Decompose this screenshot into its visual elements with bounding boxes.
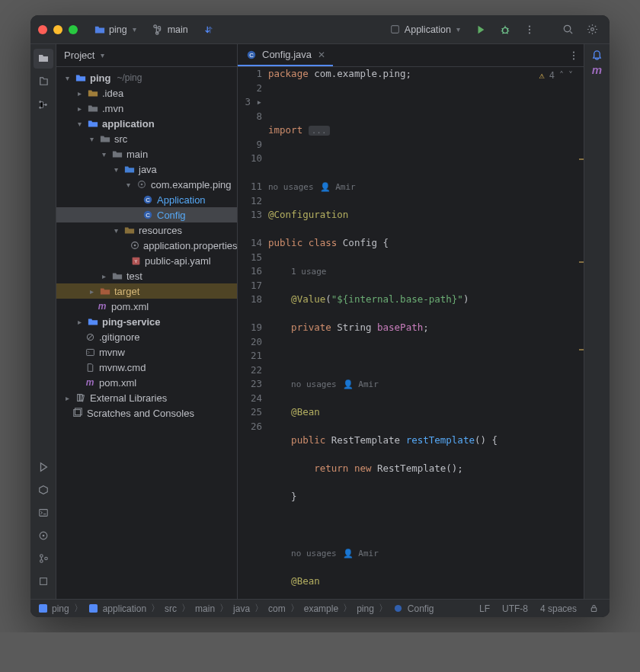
bookmarks-tool-button[interactable] bbox=[34, 72, 53, 91]
notifications-button[interactable] bbox=[591, 49, 603, 60]
project-panel: Project ▾ ▾ ping ~/ping ▸.idea ▸.mvn ▾ap… bbox=[56, 44, 238, 599]
tab-more-button[interactable] bbox=[564, 46, 584, 66]
tree-item[interactable]: ▸.mvn bbox=[56, 101, 237, 116]
project-selector[interactable]: ping ▾ bbox=[88, 22, 142, 37]
expand-arrow-icon[interactable]: ▸ bbox=[62, 394, 72, 402]
expand-arrow-icon[interactable]: ▸ bbox=[75, 89, 84, 98]
services-tool-button[interactable] bbox=[34, 480, 53, 500]
tree-item[interactable]: ▾src bbox=[56, 131, 237, 146]
expand-arrow-icon[interactable]: ▸ bbox=[99, 272, 108, 280]
maximize-window-button[interactable] bbox=[69, 25, 78, 34]
vcs-update-button[interactable] bbox=[199, 20, 219, 40]
svg-rect-28 bbox=[86, 349, 94, 355]
svg-text:C: C bbox=[146, 197, 150, 203]
crumb[interactable]: example bbox=[304, 603, 338, 614]
expand-arrow-icon[interactable]: ▾ bbox=[111, 165, 120, 174]
crumb[interactable]: ping bbox=[357, 603, 374, 614]
maven-icon: m bbox=[96, 300, 108, 312]
project-tool-button[interactable] bbox=[34, 49, 53, 69]
vcs-branch[interactable]: main bbox=[147, 22, 194, 37]
crumb[interactable]: com bbox=[268, 603, 286, 614]
editor-area: C Config.java ✕ 1 2 3 ▸ 8 9 10 bbox=[238, 44, 584, 599]
expand-arrow-icon[interactable]: ▸ bbox=[75, 104, 84, 113]
code-editor[interactable]: ⚠ 4 ˄ ˅ package com.example.ping; import… bbox=[268, 67, 579, 599]
gitignore-icon bbox=[84, 331, 96, 343]
crumb[interactable]: Config bbox=[408, 603, 434, 614]
tree-item[interactable]: mvnw bbox=[56, 344, 237, 360]
svg-rect-10 bbox=[39, 510, 47, 517]
close-window-button[interactable] bbox=[38, 25, 47, 34]
expand-arrow-icon[interactable]: ▾ bbox=[99, 150, 108, 158]
expand-arrow-icon[interactable]: ▾ bbox=[87, 135, 96, 143]
tree-item[interactable]: mpom.xml bbox=[56, 375, 237, 390]
problems-tool-button[interactable] bbox=[34, 526, 53, 546]
debug-button[interactable] bbox=[495, 20, 515, 40]
run-tool-button[interactable] bbox=[34, 457, 53, 477]
gutter[interactable]: 1 2 3 ▸ 8 9 10 11 12 13 14 15 bbox=[238, 67, 268, 599]
project-name: ping bbox=[109, 24, 127, 35]
vcs-tool-button[interactable] bbox=[34, 549, 53, 568]
expand-arrow-icon[interactable]: ▾ bbox=[123, 181, 133, 189]
expand-arrow-icon[interactable]: ▸ bbox=[87, 287, 96, 296]
editor-body[interactable]: 1 2 3 ▸ 8 9 10 11 12 13 14 15 bbox=[238, 67, 584, 599]
close-tab-button[interactable]: ✕ bbox=[318, 50, 325, 60]
crumb[interactable]: main bbox=[195, 603, 215, 614]
tree-item[interactable]: ▾resources bbox=[56, 222, 237, 238]
tree-item[interactable]: .gitignore bbox=[56, 329, 237, 344]
tree-item[interactable]: ▾java bbox=[56, 162, 237, 177]
inspection-widget[interactable]: ⚠ 4 ˄ ˅ bbox=[539, 69, 573, 83]
tree-item[interactable]: ▾com.example.ping bbox=[56, 177, 237, 192]
tree-item[interactable]: ▸External Libraries bbox=[56, 390, 237, 405]
run-config-icon bbox=[390, 24, 401, 35]
chevron-down-icon[interactable]: ˅ bbox=[568, 69, 573, 83]
maven-icon: m bbox=[84, 376, 96, 389]
expand-arrow-icon[interactable]: ▾ bbox=[62, 74, 72, 82]
breadcrumbs[interactable]: ping〉 application〉 src〉 main〉 java〉 com〉… bbox=[37, 602, 434, 615]
readonly-toggle[interactable] bbox=[584, 603, 603, 613]
tree-item-excluded[interactable]: ▸target bbox=[56, 283, 237, 299]
tree-root[interactable]: ▾ ping ~/ping bbox=[56, 70, 237, 85]
build-tool-button[interactable] bbox=[34, 571, 53, 591]
more-actions-button[interactable] bbox=[520, 20, 539, 40]
structure-tool-button[interactable] bbox=[34, 94, 53, 114]
search-everywhere-button[interactable] bbox=[558, 20, 578, 40]
tree-item[interactable]: ▾application bbox=[56, 116, 237, 131]
expand-arrow-icon[interactable]: ▸ bbox=[75, 318, 84, 326]
minimize-window-button[interactable] bbox=[53, 25, 62, 34]
indent-settings[interactable]: 4 spaces bbox=[536, 603, 581, 614]
project-tree[interactable]: ▾ ping ~/ping ▸.idea ▸.mvn ▾application … bbox=[56, 67, 237, 599]
maven-tool-button[interactable]: m bbox=[592, 63, 602, 76]
tree-item-selected[interactable]: CConfig bbox=[56, 207, 237, 222]
tree-item[interactable]: mpom.xml bbox=[56, 299, 237, 314]
line-separator[interactable]: LF bbox=[475, 603, 494, 614]
tree-item[interactable]: Ypublic-api.yaml bbox=[56, 253, 237, 268]
tree-label: Application bbox=[157, 194, 206, 206]
file-encoding[interactable]: UTF-8 bbox=[498, 603, 533, 614]
run-button[interactable] bbox=[471, 20, 491, 40]
tree-item[interactable]: application.properties bbox=[56, 238, 237, 253]
crumb[interactable]: ping bbox=[52, 603, 69, 614]
crumb[interactable]: java bbox=[233, 603, 250, 614]
tree-item[interactable]: ▾main bbox=[56, 146, 237, 162]
folder-icon bbox=[87, 102, 99, 114]
tree-item[interactable]: Scratches and Consoles bbox=[56, 405, 237, 421]
expand-arrow-icon[interactable]: ▾ bbox=[75, 120, 84, 128]
editor-tab-active[interactable]: C Config.java ✕ bbox=[238, 44, 333, 66]
error-stripe[interactable] bbox=[579, 67, 584, 599]
tree-item[interactable]: ▸ping-service bbox=[56, 314, 237, 329]
project-panel-header[interactable]: Project ▾ bbox=[56, 44, 237, 67]
tree-label: main bbox=[126, 149, 148, 160]
window-controls bbox=[38, 25, 78, 34]
run-config-selector[interactable]: Application ▾ bbox=[384, 22, 466, 37]
tree-item[interactable]: ▸.idea bbox=[56, 85, 237, 101]
tree-item[interactable]: mvnw.cmd bbox=[56, 360, 237, 375]
tree-item[interactable]: CApplication bbox=[56, 192, 237, 207]
chevron-up-icon[interactable]: ˄ bbox=[559, 69, 564, 83]
crumb[interactable]: application bbox=[103, 603, 146, 614]
crumb[interactable]: src bbox=[165, 603, 177, 614]
settings-button[interactable] bbox=[582, 20, 602, 40]
terminal-tool-button[interactable] bbox=[34, 503, 53, 523]
panel-title: Project bbox=[64, 50, 94, 61]
expand-arrow-icon[interactable]: ▾ bbox=[111, 226, 120, 235]
tree-item[interactable]: ▸test bbox=[56, 268, 237, 283]
